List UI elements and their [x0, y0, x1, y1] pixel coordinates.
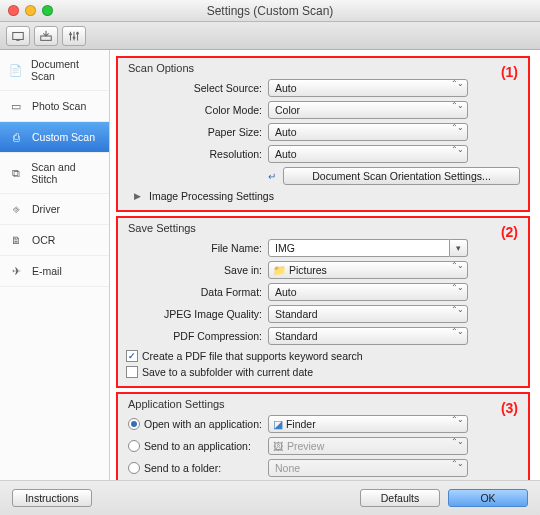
sidebar-item-document-scan[interactable]: 📄Document Scan — [0, 50, 109, 91]
paper-size-label: Paper Size: — [126, 126, 268, 138]
send-app-radio[interactable] — [128, 440, 140, 452]
svg-rect-1 — [16, 39, 20, 40]
file-name-input[interactable]: IMG — [268, 239, 450, 257]
send-app-select[interactable]: 🖼 Preview — [268, 437, 468, 455]
annotation-1: (1) — [501, 64, 518, 80]
sidebar-item-driver[interactable]: ⎆Driver — [0, 194, 109, 225]
annotation-2: (2) — [501, 224, 518, 240]
annotation-3: (3) — [501, 400, 518, 416]
driver-icon: ⎆ — [8, 202, 24, 216]
send-folder-radio[interactable] — [128, 462, 140, 474]
sidebar-item-label: Document Scan — [31, 58, 101, 82]
sidebar-item-photo-scan[interactable]: ▭Photo Scan — [0, 91, 109, 122]
send-app-value: Preview — [287, 440, 324, 452]
instructions-button[interactable]: Instructions — [12, 489, 92, 507]
file-name-label: File Name: — [126, 242, 268, 254]
ocr-icon: 🗎 — [8, 233, 24, 247]
sidebar: 📄Document Scan ▭Photo Scan ⎙Custom Scan … — [0, 50, 110, 480]
svg-point-5 — [76, 32, 79, 35]
finder-icon: ◪ — [273, 418, 283, 430]
file-name-dropdown-button[interactable]: ▾ — [450, 239, 468, 257]
minimize-icon[interactable] — [25, 5, 36, 16]
save-settings-title: Save Settings — [128, 222, 520, 234]
subfolder-checkbox[interactable] — [126, 366, 138, 378]
open-with-select[interactable]: ◪ Finder — [268, 415, 468, 433]
close-icon[interactable] — [8, 5, 19, 16]
main-content: (1) Scan Options Select Source: Auto Col… — [110, 50, 540, 480]
color-mode-select[interactable]: Color — [268, 101, 468, 119]
sidebar-item-custom-scan[interactable]: ⎙Custom Scan — [0, 122, 109, 153]
sidebar-item-scan-and-stitch[interactable]: ⧉Scan and Stitch — [0, 153, 109, 194]
save-in-select[interactable]: 📁 Pictures — [268, 261, 468, 279]
open-with-value: Finder — [286, 418, 316, 430]
return-icon: ↵ — [268, 171, 276, 182]
disclosure-triangle-icon[interactable]: ▶ — [134, 191, 141, 201]
select-source-label: Select Source: — [126, 82, 268, 94]
folder-icon: 📁 — [273, 264, 286, 276]
sidebar-item-label: Photo Scan — [32, 100, 86, 112]
sidebar-item-label: Scan and Stitch — [31, 161, 101, 185]
color-mode-label: Color Mode: — [126, 104, 268, 116]
application-settings-group: (3) Application Settings Open with an ap… — [116, 392, 530, 480]
custom-icon: ⎙ — [8, 130, 24, 144]
settings-window: Settings (Custom Scan) 📄Document Scan ▭P… — [0, 0, 540, 515]
svg-point-3 — [69, 32, 72, 35]
email-icon: ✈ — [8, 264, 24, 278]
titlebar: Settings (Custom Scan) — [0, 0, 540, 22]
sidebar-item-label: Custom Scan — [32, 131, 95, 143]
save-in-label: Save in: — [126, 264, 268, 276]
application-settings-title: Application Settings — [128, 398, 520, 410]
paper-size-select[interactable]: Auto — [268, 123, 468, 141]
footer: Instructions Defaults OK — [0, 480, 540, 515]
stitch-icon: ⧉ — [8, 166, 23, 180]
pdf-compression-select[interactable]: Standard — [268, 327, 468, 345]
orientation-settings-button[interactable]: Document Scan Orientation Settings... — [283, 167, 520, 185]
open-with-radio[interactable] — [128, 418, 140, 430]
svg-rect-0 — [13, 32, 24, 39]
sidebar-item-email[interactable]: ✈E-mail — [0, 256, 109, 287]
preview-icon: 🖼 — [273, 440, 284, 452]
resolution-select[interactable]: Auto — [268, 145, 468, 163]
sidebar-item-ocr[interactable]: 🗎OCR — [0, 225, 109, 256]
sidebar-item-label: E-mail — [32, 265, 62, 277]
svg-point-4 — [73, 36, 76, 39]
photo-icon: ▭ — [8, 99, 24, 113]
save-in-value: Pictures — [289, 264, 327, 276]
keyword-search-label: Create a PDF file that supports keyword … — [142, 350, 363, 362]
zoom-icon[interactable] — [42, 5, 53, 16]
send-app-label: Send to an application: — [144, 440, 251, 452]
defaults-button[interactable]: Defaults — [360, 489, 440, 507]
scan-options-title: Scan Options — [128, 62, 520, 74]
send-folder-label: Send to a folder: — [144, 462, 221, 474]
window-title: Settings (Custom Scan) — [0, 4, 540, 18]
subfolder-label: Save to a subfolder with current date — [142, 366, 313, 378]
scan-options-group: (1) Scan Options Select Source: Auto Col… — [116, 56, 530, 212]
data-format-label: Data Format: — [126, 286, 268, 298]
toolbar-preferences-icon[interactable] — [62, 26, 86, 46]
pdf-compression-label: PDF Compression: — [126, 330, 268, 342]
sidebar-item-label: Driver — [32, 203, 60, 215]
sidebar-item-label: OCR — [32, 234, 55, 246]
ok-button[interactable]: OK — [448, 489, 528, 507]
select-source-select[interactable]: Auto — [268, 79, 468, 97]
image-processing-label[interactable]: Image Processing Settings — [149, 190, 274, 202]
toolbar-scan-from-computer-icon[interactable] — [6, 26, 30, 46]
toolbar-scan-to-computer-icon[interactable] — [34, 26, 58, 46]
send-folder-select[interactable]: None — [268, 459, 468, 477]
data-format-select[interactable]: Auto — [268, 283, 468, 301]
resolution-label: Resolution: — [126, 148, 268, 160]
open-with-label: Open with an application: — [144, 418, 262, 430]
toolbar — [0, 22, 540, 50]
jpeg-quality-label: JPEG Image Quality: — [126, 308, 268, 320]
save-settings-group: (2) Save Settings File Name: IMG ▾ Save … — [116, 216, 530, 388]
keyword-search-checkbox[interactable] — [126, 350, 138, 362]
jpeg-quality-select[interactable]: Standard — [268, 305, 468, 323]
document-icon: 📄 — [8, 63, 23, 77]
